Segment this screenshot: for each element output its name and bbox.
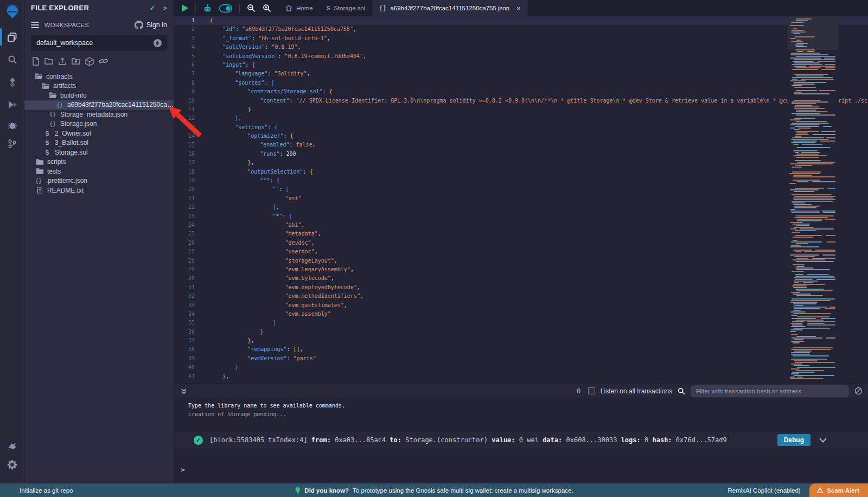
init-git-repo-link[interactable]: Initialize as git repo — [20, 487, 73, 494]
listen-all-checkbox[interactable] — [588, 387, 595, 394]
ipfs-cube-icon[interactable] — [85, 57, 94, 66]
copilot-status[interactable]: RemixAI Copilot (enabled) — [727, 487, 800, 494]
terminal-collapse-icon[interactable] — [181, 388, 187, 394]
solidity-compiler-icon[interactable] — [0, 75, 24, 90]
tree-item-contracts[interactable]: contracts — [24, 72, 174, 81]
search-icon[interactable] — [0, 52, 24, 67]
sol-icon: S — [43, 149, 52, 156]
tab-storage-sol[interactable]: S Storage.sol — [320, 0, 373, 16]
folder-open-icon — [34, 73, 43, 80]
tree-item--prettierrc-json[interactable]: {}.prettierrc.json — [24, 176, 174, 186]
workspace-select[interactable]: default_workspace — [31, 35, 167, 50]
tree-item-label: Storage.json — [60, 120, 97, 128]
sol-icon: S — [43, 130, 52, 137]
workspace-menu-icon[interactable] — [31, 20, 39, 30]
ai-copilot-robot-icon[interactable] — [203, 4, 212, 13]
terminal-log-line: Type the library name to see available c… — [188, 402, 868, 410]
scam-alert-badge[interactable]: ⚠ Scam Alert — [809, 483, 868, 497]
settings-gear-icon[interactable] — [0, 457, 24, 471]
tx-expand-chevron-icon[interactable] — [819, 438, 827, 443]
workspace-stepper-icon — [154, 39, 162, 47]
panel-expand-chevron-icon[interactable]: > — [163, 4, 167, 12]
file-explorer-icon[interactable] — [0, 29, 24, 44]
solidity-file-icon: S — [327, 5, 330, 11]
minimap[interactable] — [788, 16, 838, 381]
tree-item-readme-txt[interactable]: README.txt — [24, 186, 174, 195]
run-script-play-icon[interactable] — [182, 4, 188, 12]
tree-item-label: Storage_metadata.json — [60, 111, 127, 118]
code-line-22: 22], — [174, 203, 868, 212]
tab-build-info-json[interactable]: {} a69b43f277ba20fcac141151250ca755.json… — [373, 0, 528, 16]
zoom-out-icon[interactable] — [247, 4, 256, 12]
new-file-icon[interactable] — [32, 57, 40, 66]
remix-logo[interactable] — [0, 3, 24, 21]
transaction-filter-input[interactable] — [691, 385, 849, 397]
line-number: 12 — [174, 114, 202, 123]
terminal-search-icon[interactable] — [678, 387, 685, 395]
upload-folder-icon[interactable] — [72, 57, 80, 66]
scam-alert-label: Scam Alert — [827, 487, 859, 494]
file-explorer-panel: FILE EXPLORER ✓ > WORKSPACES Sign in def… — [24, 0, 174, 483]
debugger-icon[interactable] — [0, 118, 24, 132]
tree-item-label: .prettierrc.json — [46, 177, 87, 184]
code-line-20: 20"": [ — [174, 185, 868, 194]
tree-item-label: README.txt — [47, 187, 84, 194]
sign-in-label: Sign in — [146, 21, 167, 29]
editor-region: Home S Storage.sol {} a69b43f277ba20fcac… — [174, 0, 868, 483]
terminal-panel: 0 Listen on all transactions — [174, 384, 868, 483]
folder-open-icon — [48, 92, 57, 99]
line-number: 22 — [174, 203, 202, 212]
line-number: 36 — [174, 328, 202, 336]
deploy-run-icon[interactable] — [0, 97, 24, 112]
clear-console-icon[interactable] — [854, 387, 863, 395]
terminal-prompt: > — [181, 466, 185, 474]
upload-file-icon[interactable] — [58, 57, 67, 66]
tab-home[interactable]: Home — [279, 0, 320, 16]
workspace-check-icon[interactable]: ✓ — [150, 4, 156, 12]
code-line-18: 18"outputSelection": { — [174, 168, 868, 176]
zoom-in-icon[interactable] — [263, 4, 271, 12]
code-line-34: 34"evm.assembly" — [174, 310, 868, 318]
line-number: 19 — [174, 176, 202, 185]
tree-item-storage-json[interactable]: {}Storage.json — [24, 119, 174, 129]
tree-item-build-info[interactable]: build-info — [24, 91, 174, 100]
tx-actions: Debug — [777, 434, 860, 446]
tree-item-2-owner-sol[interactable]: S2_Owner.sol — [24, 129, 174, 138]
line-number: 13 — [174, 123, 202, 132]
tree-item-storage-metadata-json[interactable]: {}Storage_metadata.json — [24, 110, 174, 119]
tree-item-label: tests — [47, 168, 61, 175]
remix-ide-window: FILE EXPLORER ✓ > WORKSPACES Sign in def… — [0, 0, 868, 497]
line-number: 27 — [174, 247, 202, 256]
line-number: 28 — [174, 257, 202, 265]
terminal-log: Type the library name to see available c… — [174, 398, 868, 419]
transaction-row: ✓ [block:5583405 txIndex:4] from: 0xa03.… — [174, 432, 868, 448]
debug-button[interactable]: Debug — [777, 434, 810, 446]
tree-item-tests[interactable]: tests — [24, 167, 174, 176]
line-number: 23 — [174, 212, 202, 221]
git-icon[interactable] — [0, 137, 24, 151]
lightbulb-icon — [295, 487, 301, 494]
activity-bar — [0, 0, 24, 483]
file-icon — [35, 187, 44, 194]
tree-item-label: 2_Owner.sol — [55, 130, 91, 137]
github-sign-in-button[interactable]: Sign in — [135, 21, 167, 29]
code-line-14: 14"optimizer": { — [174, 132, 868, 141]
close-tab-icon[interactable]: × — [516, 4, 521, 12]
new-folder-icon[interactable] — [44, 57, 53, 66]
code-line-15: 15"enabled": false, — [174, 141, 868, 149]
plugin-manager-icon[interactable] — [0, 439, 24, 453]
link-icon[interactable] — [99, 57, 108, 66]
code-line-32: 32"evm.methodIdentifiers", — [174, 292, 868, 301]
code-line-40: 40} — [174, 363, 868, 372]
code-editor[interactable]: 1{2"id": "a69b43f277ba20fcac141151250ca7… — [174, 16, 868, 384]
listen-all-label: Listen on all transactions — [601, 387, 672, 395]
line-number: 20 — [174, 185, 202, 194]
line-number: 2 — [174, 25, 202, 34]
tree-item-a69b43f277ba20fcac141151250ca7-[interactable]: {}a69b43f277ba20fcac141151250ca7... — [24, 100, 174, 110]
tree-item-scripts[interactable]: scripts — [24, 157, 174, 167]
tree-item-artifacts[interactable]: artifacts — [24, 81, 174, 91]
json-icon: {} — [34, 178, 43, 184]
tree-item-3-ballot-sol[interactable]: S3_Ballot.sol — [24, 138, 174, 148]
tree-item-storage-sol[interactable]: SStorage.sol — [24, 148, 174, 157]
copilot-toggle-icon[interactable] — [219, 4, 232, 12]
